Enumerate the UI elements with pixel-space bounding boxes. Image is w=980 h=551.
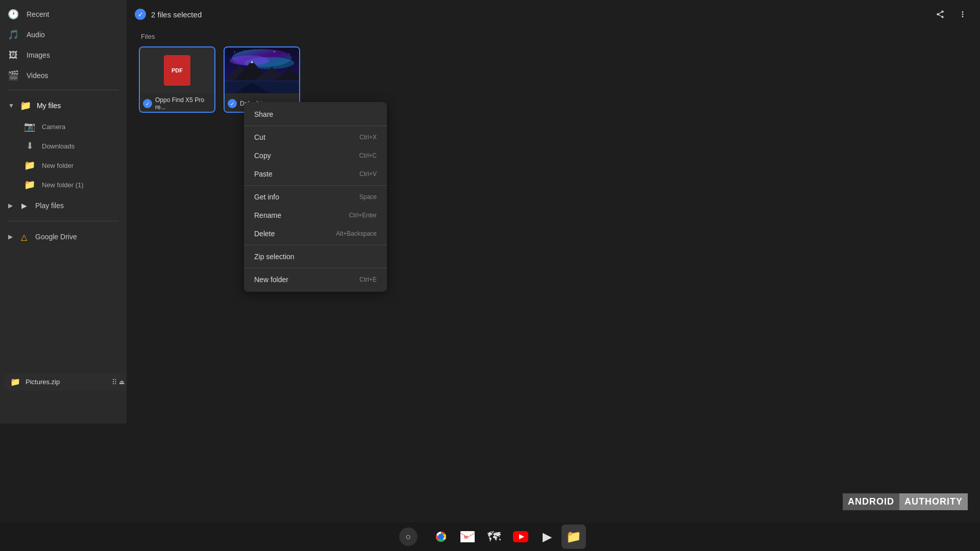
menu-cut-shortcut: Ctrl+X: [359, 134, 377, 141]
sidebar-item-audio[interactable]: 🎵 Audio: [0, 24, 120, 45]
launcher-icon: ○: [399, 528, 418, 546]
new-folder-icon: 📁: [24, 160, 35, 170]
sidebar-item-recent-label: Recent: [27, 10, 49, 18]
downloads-icon: ⬇: [24, 141, 35, 151]
taskbar: ○ M 🗺 ▶: [0, 522, 980, 551]
menu-item-copy[interactable]: Copy Ctrl+C: [244, 146, 387, 165]
menu-new-folder-shortcut: Ctrl+E: [359, 276, 377, 283]
chevron-right-icon: ▶: [8, 202, 13, 209]
pdf-preview: [140, 47, 214, 93]
svg-point-19: [439, 535, 443, 539]
sidebar-new-folder-1-label: New folder (1): [42, 181, 84, 189]
pdf-check-icon: ✓: [143, 99, 152, 108]
menu-divider-3: [244, 245, 387, 245]
divider-1: [8, 90, 118, 90]
svg-point-8: [254, 49, 255, 50]
sidebar-item-downloads[interactable]: ⬇ Downloads: [0, 136, 120, 156]
sidebar-section-google-drive[interactable]: ▶ △ Google Drive: [0, 226, 127, 248]
sidebar-item-camera[interactable]: 📷 Camera: [0, 117, 120, 136]
pdf-icon: [164, 55, 190, 86]
toast-eject-icon[interactable]: ⏏: [119, 379, 125, 386]
taskbar-files[interactable]: 📁: [561, 524, 586, 549]
sidebar-section-my-files[interactable]: ▼ 📁 My files: [0, 94, 127, 117]
download-toast: 📁 Pictures.zip ⠿ ⏏: [4, 373, 131, 391]
svg-text:M: M: [464, 535, 468, 540]
watermark: ANDROID AUTHORITY: [843, 493, 968, 510]
videos-icon: 🎬: [8, 70, 18, 81]
sidebar-google-drive-label: Google Drive: [35, 233, 77, 241]
menu-item-share[interactable]: Share: [244, 105, 387, 123]
launcher[interactable]: ○: [394, 522, 423, 551]
menu-item-delete[interactable]: Delete Alt+Backspace: [244, 224, 387, 243]
menu-share-label: Share: [254, 110, 273, 118]
watermark-android: ANDROID: [843, 493, 899, 510]
sidebar-new-folder-label: New folder: [42, 162, 74, 169]
sidebar: 🕐 Recent 🎵 Audio 🖼 Images 🎬 Videos ▼ 📁 M…: [0, 0, 127, 423]
taskbar-chrome[interactable]: [429, 524, 453, 549]
menu-divider-1: [244, 126, 387, 126]
more-button[interactable]: [953, 5, 972, 23]
top-bar: ✓ 2 files selected: [127, 0, 980, 29]
menu-get-info-shortcut: Space: [359, 193, 377, 201]
taskbar-gmail[interactable]: M: [455, 524, 480, 549]
pdf-label: Oppo Find X5 Pro re...: [155, 96, 210, 111]
menu-delete-label: Delete: [254, 230, 275, 238]
svg-point-5: [244, 50, 244, 51]
selection-check-icon: ✓: [135, 9, 146, 20]
divider-2: [8, 221, 118, 221]
sidebar-item-recent[interactable]: 🕐 Recent: [0, 4, 120, 24]
taskbar-maps[interactable]: 🗺: [482, 524, 506, 549]
toast-file-icon: 📁: [10, 377, 20, 387]
sidebar-item-audio-label: Audio: [27, 31, 45, 39]
menu-item-paste[interactable]: Paste Ctrl+V: [244, 165, 387, 183]
share-button[interactable]: [931, 5, 949, 23]
sidebar-item-videos-label: Videos: [27, 71, 48, 80]
recent-icon: 🕐: [8, 9, 18, 19]
menu-item-zip-selection[interactable]: Zip selection: [244, 247, 387, 266]
menu-zip-label: Zip selection: [254, 253, 295, 261]
menu-item-get-info[interactable]: Get info Space: [244, 188, 387, 206]
menu-new-folder-label: New folder: [254, 276, 288, 284]
selection-text: 2 files selected: [151, 10, 202, 19]
file-tile-pdf[interactable]: ✓ Oppo Find X5 Pro re...: [139, 46, 215, 113]
sidebar-item-new-folder-1[interactable]: 📁 New folder (1): [0, 175, 120, 194]
sidebar-item-new-folder[interactable]: 📁 New folder: [0, 156, 120, 175]
menu-rename-shortcut: Ctrl+Enter: [349, 212, 377, 219]
play-files-icon: ▶: [19, 201, 29, 211]
my-files-icon: 📁: [20, 101, 31, 111]
menu-divider-2: [244, 185, 387, 186]
audio-icon: 🎵: [8, 30, 18, 40]
sidebar-downloads-label: Downloads: [42, 142, 75, 150]
top-bar-actions: [931, 5, 972, 23]
svg-point-6: [274, 51, 275, 52]
context-menu: Share Cut Ctrl+X Copy Ctrl+C Paste Ctrl+…: [244, 102, 387, 292]
sidebar-section-play-files[interactable]: ▶ ▶ Play files: [0, 194, 127, 217]
taskbar-youtube[interactable]: [508, 524, 533, 549]
images-icon: 🖼: [8, 50, 18, 60]
jpg-preview: [225, 47, 299, 93]
menu-get-info-label: Get info: [254, 193, 279, 201]
sidebar-play-files-label: Play files: [35, 202, 64, 210]
svg-point-4: [234, 52, 235, 53]
svg-rect-10: [225, 80, 299, 82]
svg-point-7: [289, 54, 289, 54]
toast-filename: Pictures.zip: [26, 378, 107, 386]
menu-rename-label: Rename: [254, 211, 281, 219]
toast-drag-icon[interactable]: ⠿: [112, 378, 117, 386]
menu-delete-shortcut: Alt+Backspace: [336, 230, 377, 237]
menu-paste-label: Paste: [254, 170, 273, 178]
camera-icon: 📷: [24, 121, 35, 132]
taskbar-play-store[interactable]: ▶: [535, 524, 559, 549]
sidebar-camera-label: Camera: [42, 123, 65, 131]
sidebar-my-files-label: My files: [37, 102, 61, 110]
menu-item-new-folder[interactable]: New folder Ctrl+E: [244, 270, 387, 289]
sidebar-item-images[interactable]: 🖼 Images: [0, 45, 120, 65]
pdf-file-name: ✓ Oppo Find X5 Pro re...: [140, 93, 214, 113]
menu-copy-label: Copy: [254, 152, 271, 160]
sidebar-item-videos[interactable]: 🎬 Videos: [0, 65, 120, 86]
menu-item-rename[interactable]: Rename Ctrl+Enter: [244, 206, 387, 224]
chevron-down-icon: ▼: [8, 102, 14, 109]
selection-info: ✓ 2 files selected: [135, 9, 202, 20]
files-label: Files: [139, 33, 968, 40]
menu-item-cut[interactable]: Cut Ctrl+X: [244, 128, 387, 146]
